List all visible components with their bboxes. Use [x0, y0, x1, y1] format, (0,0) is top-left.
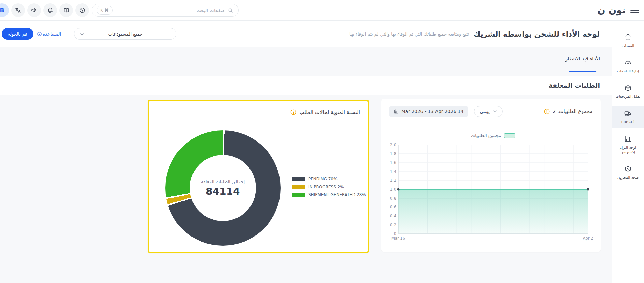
legend-swatch	[292, 177, 305, 181]
sidebar-item-returns[interactable]: تقليل المرتجعات	[612, 80, 644, 103]
returns-box-icon	[624, 84, 632, 92]
menu-icon	[630, 8, 639, 9]
y-tick-label: 0.4	[381, 214, 396, 218]
sidebar-item-express-commitment[interactable]: لوحة التزام إكسبريس	[612, 131, 644, 158]
orders-card-header: Mar 2026 - 13 Apr 2026 14 يومي مجموع الط…	[389, 106, 592, 117]
avatar-letter: B	[0, 7, 4, 14]
area-chart-plot	[398, 145, 588, 234]
sidebar-item-label: لوحة التزام إكسبريس	[613, 145, 643, 154]
notifications-button[interactable]	[43, 3, 57, 17]
sidebar-item-fbp-performance[interactable]: أداء FBP	[612, 106, 644, 128]
sidebar-item-ratings[interactable]: إدارة التقييمات	[612, 55, 644, 77]
y-tick-label: 0.8	[381, 196, 396, 201]
translate-icon	[15, 7, 22, 14]
y-tick-label: 0.6	[381, 205, 396, 210]
y-tick-label: 0	[381, 231, 396, 236]
topbar-left-cluster: B K ⌘	[0, 0, 239, 20]
tabs-row: الأداء قيد الانتظار	[0, 47, 644, 76]
period-dropdown-label: يومي	[480, 109, 490, 114]
donut-center: إجمالي الطلبات المعلقة 84114	[190, 155, 256, 221]
topbar-right-cluster: نون ن	[597, 0, 644, 20]
announcements-button[interactable]	[27, 3, 41, 17]
express-chart-icon	[624, 135, 632, 143]
legend-label: PENDING 70%	[308, 177, 337, 181]
chevron-down-icon	[80, 33, 84, 36]
info-icon[interactable]	[290, 109, 297, 116]
noon-logo: نون ن	[597, 5, 626, 15]
topbar: B K ⌘ نون ن	[0, 0, 644, 21]
search-icon	[227, 7, 234, 14]
sales-icon	[624, 33, 632, 41]
legend-label: IN PROGRESS 2%	[308, 185, 344, 189]
warehouse-dropdown[interactable]: جميع المستودعات	[74, 28, 176, 40]
ratings-gauge-icon	[624, 58, 632, 67]
active-tab-indicator	[569, 71, 596, 72]
y-tick-label: 1.4	[381, 169, 396, 174]
tab-label: الأداء قيد الانتظار	[565, 56, 600, 62]
page-title: لوحة الأداء للشحن بواسطة الشريك	[474, 30, 600, 38]
legend-swatch	[292, 185, 305, 189]
legend-item: SHIPMENT GENERATED 28%	[292, 192, 366, 197]
language-button[interactable]	[11, 3, 25, 17]
menu-button[interactable]	[630, 8, 639, 13]
legend-label: مجموع الطلبيات	[471, 133, 501, 138]
sidebar-item-label: أداء FBP	[613, 120, 643, 124]
sidebar: المبيعات إدارة التقييمات تقليل المرتجعات…	[612, 21, 644, 283]
book-icon	[63, 7, 70, 14]
area-chart	[398, 145, 588, 234]
total-orders-group: مجموع الطلبيات: 2	[544, 108, 592, 115]
page-subtitle: تتبع ومتابعة جميع طلباتك التي تم الوفاء …	[349, 31, 469, 37]
y-tick-label: 1.0	[381, 187, 396, 192]
sidebar-item-sales[interactable]: المبيعات	[612, 29, 644, 52]
sidebar-item-stock-health[interactable]: صحة المخزون	[612, 161, 644, 184]
legend-item: IN PROGRESS 2%	[292, 185, 366, 189]
donut-legend: PENDING 70%IN PROGRESS 2%SHIPMENT GENERA…	[292, 177, 366, 200]
area-chart-legend: مجموع الطلبيات	[398, 133, 588, 138]
legend-swatch	[504, 133, 515, 138]
stock-health-icon	[624, 165, 632, 173]
x-tick-label: Apr 2	[583, 236, 593, 241]
search-input[interactable]	[92, 4, 238, 16]
legend-label: SHIPMENT GENERATED 28%	[308, 192, 366, 197]
total-orders-card: Mar 2026 - 13 Apr 2026 14 يومي مجموع الط…	[381, 99, 601, 252]
app-canvas: B K ⌘ نون ن	[0, 0, 644, 283]
pending-status-card: النسبة المئوية لحالات الطلب إجمالي الطلب…	[148, 100, 369, 253]
period-dropdown[interactable]: يومي	[474, 106, 503, 117]
search-shortcut-badge: K ⌘	[97, 6, 113, 15]
fbp-truck-icon	[624, 109, 632, 118]
help-link[interactable]: المساعدة	[37, 28, 61, 40]
help-circle-icon	[37, 31, 42, 37]
chevron-down-icon	[493, 110, 497, 113]
donut-chart: إجمالي الطلبات المعلقة 84114	[165, 130, 281, 246]
help-button[interactable]	[75, 3, 89, 17]
donut-center-label: إجمالي الطلبات المعلقة	[201, 179, 245, 184]
section-title: الطلبات المعلقة	[548, 76, 600, 95]
sidebar-item-label: تقليل المرتجعات	[613, 94, 643, 99]
tour-button[interactable]: قم بالجولة	[2, 28, 33, 40]
warehouse-dropdown-label: جميع المستودعات	[74, 28, 176, 39]
date-range-picker[interactable]: Mar 2026 - 13 Apr 2026 14	[389, 106, 468, 117]
y-tick-label: 0.2	[381, 223, 396, 227]
global-search: K ⌘	[92, 4, 239, 17]
donut-center-value: 84114	[206, 186, 240, 197]
help-link-label: المساعدة	[43, 31, 61, 37]
date-range-label: Mar 2026 - 13 Apr 2026 14	[401, 109, 464, 114]
y-tick-label: 1.6	[381, 160, 396, 165]
y-tick-label: 2.0	[381, 143, 396, 147]
donut-card-title: النسبة المئوية لحالات الطلب	[299, 109, 360, 116]
section-bar: الطلبات المعلقة	[0, 76, 644, 95]
title-group: لوحة الأداء للشحن بواسطة الشريك تتبع ومت…	[349, 21, 600, 47]
sidebar-item-label: صحة المخزون	[613, 175, 643, 180]
sidebar-item-label: المبيعات	[613, 43, 643, 48]
user-avatar[interactable]: B	[0, 3, 9, 17]
megaphone-icon	[31, 7, 38, 14]
page-header: لوحة الأداء للشحن بواسطة الشريك تتبع ومت…	[0, 21, 644, 47]
docs-button[interactable]	[59, 3, 73, 17]
donut-card-header: النسبة المئوية لحالات الطلب	[290, 109, 360, 116]
y-tick-label: 1.2	[381, 178, 396, 183]
sidebar-item-label: إدارة التقييمات	[613, 69, 643, 73]
total-orders-label: مجموع الطلبيات: 2	[553, 109, 592, 114]
legend-item: PENDING 70%	[292, 177, 366, 181]
tab-pending-performance[interactable]: الأداء قيد الانتظار	[565, 56, 600, 72]
info-icon[interactable]	[544, 108, 550, 115]
